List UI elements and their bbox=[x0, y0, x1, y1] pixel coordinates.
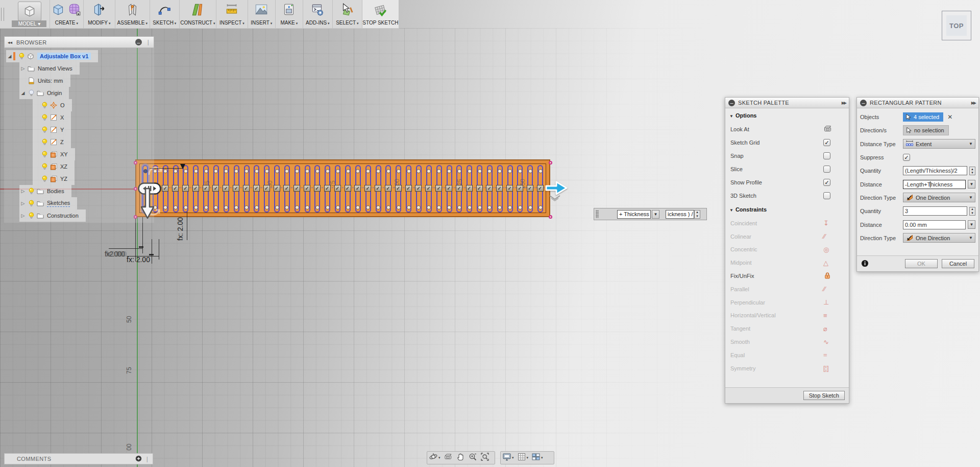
expander-open-icon[interactable]: ◢ bbox=[6, 54, 13, 59]
insert-icon[interactable] bbox=[254, 2, 269, 19]
tree-item-units-mm[interactable]: Units: mm bbox=[19, 75, 70, 87]
visibility-bulb-icon[interactable] bbox=[27, 199, 36, 207]
viewports-button[interactable]: ▾ bbox=[530, 452, 545, 463]
fixed-constraint-check-icon[interactable]: ✓ bbox=[253, 185, 260, 192]
slot-endpoint[interactable] bbox=[468, 205, 472, 209]
toolbar-group-insert[interactable]: INSERT ▾ bbox=[248, 0, 276, 28]
fixed-constraint-check-icon[interactable]: ✓ bbox=[476, 185, 483, 192]
checkbox[interactable] bbox=[823, 192, 830, 199]
drag-grip-icon[interactable] bbox=[596, 210, 599, 218]
tree-item-label[interactable]: Adjustable Box v1 bbox=[37, 53, 91, 60]
fixed-constraint-check-icon[interactable]: ✓ bbox=[162, 185, 168, 192]
slot-endpoint[interactable] bbox=[326, 205, 330, 209]
no-selection-button[interactable]: no selection bbox=[903, 125, 949, 135]
visibility-bulb-icon[interactable] bbox=[40, 138, 49, 146]
slot-endpoint[interactable] bbox=[397, 205, 401, 209]
tree-item-label[interactable]: XY bbox=[60, 151, 68, 157]
tree-item-xz[interactable]: XZ bbox=[33, 160, 75, 173]
slot-endpoint[interactable] bbox=[427, 169, 431, 173]
grid-display-button[interactable]: ▾ bbox=[516, 452, 530, 463]
slot-endpoint[interactable] bbox=[234, 205, 238, 209]
slot-endpoint[interactable] bbox=[468, 169, 472, 173]
slot-endpoint[interactable] bbox=[518, 169, 522, 173]
zoom-button[interactable] bbox=[467, 452, 479, 463]
checkbox[interactable] bbox=[823, 166, 830, 173]
slot-endpoint[interactable] bbox=[397, 169, 401, 173]
minimize-icon[interactable]: – bbox=[860, 100, 867, 106]
checkbox[interactable]: ✓ bbox=[903, 154, 910, 161]
dim-label[interactable]: fx: 2.00 bbox=[127, 255, 150, 264]
slot-endpoint[interactable] bbox=[498, 169, 502, 173]
panel-grip-icon[interactable]: ❘ bbox=[146, 39, 151, 45]
fixed-point-marker[interactable] bbox=[549, 215, 552, 219]
slot-endpoint[interactable] bbox=[275, 169, 279, 173]
tree-item-o[interactable]: O bbox=[33, 99, 72, 111]
fixed-constraint-check-icon[interactable]: ✓ bbox=[203, 185, 209, 192]
slot-endpoint[interactable] bbox=[376, 205, 380, 209]
visibility-bulb-icon[interactable] bbox=[40, 126, 49, 134]
palette-option-sketch-grid[interactable]: Sketch Grid✓ bbox=[725, 136, 849, 149]
slot-endpoint[interactable] bbox=[285, 169, 289, 173]
fixed-constraint-check-icon[interactable]: ✓ bbox=[496, 185, 503, 192]
make-icon[interactable] bbox=[281, 2, 297, 19]
slot-endpoint[interactable] bbox=[538, 169, 543, 173]
fixed-constraint-check-icon[interactable]: ✓ bbox=[293, 185, 300, 192]
visibility-bulb-icon[interactable] bbox=[40, 101, 49, 109]
minimize-icon[interactable]: – bbox=[135, 39, 142, 45]
slot-endpoint[interactable] bbox=[244, 169, 249, 173]
fixed-constraint-check-icon[interactable]: ✓ bbox=[375, 185, 381, 192]
palette-option-3d-sketch[interactable]: 3D Sketch bbox=[725, 189, 849, 202]
tree-item-sketches[interactable]: ▷Sketches bbox=[19, 197, 77, 209]
workspace-label[interactable]: MODEL ▾ bbox=[12, 20, 46, 27]
ok-button[interactable]: OK bbox=[905, 259, 938, 268]
tree-item-label[interactable]: Bodies bbox=[47, 188, 64, 194]
fixed-constraint-check-icon[interactable]: ✓ bbox=[324, 185, 331, 192]
orbit-button[interactable]: ▾ bbox=[427, 452, 442, 463]
tree-item-label[interactable]: Z bbox=[60, 139, 64, 145]
slot-endpoint[interactable] bbox=[437, 169, 441, 173]
slot-endpoint[interactable] bbox=[416, 169, 421, 173]
fixed-constraint-check-icon[interactable]: ✓ bbox=[223, 185, 229, 192]
toolbar-group-select[interactable]: SELECT ▾ bbox=[333, 0, 362, 28]
slot-endpoint[interactable] bbox=[305, 169, 309, 173]
slot-endpoint[interactable] bbox=[386, 205, 390, 209]
palette-option-snap[interactable]: Snap bbox=[725, 149, 849, 162]
constraint-fix-unfix[interactable]: Fix/UnFix bbox=[725, 269, 849, 283]
slot-endpoint[interactable] bbox=[386, 169, 390, 173]
fixed-constraint-check-icon[interactable]: ✓ bbox=[182, 185, 189, 192]
fixed-constraint-check-icon[interactable]: ✓ bbox=[345, 185, 351, 192]
fixed-constraint-check-icon[interactable]: ✓ bbox=[527, 185, 533, 192]
tree-item-label[interactable]: Sketches bbox=[47, 200, 70, 207]
tree-item-label[interactable]: YZ bbox=[60, 176, 67, 182]
visibility-bulb-icon[interactable] bbox=[27, 187, 36, 195]
slot-endpoint[interactable] bbox=[194, 169, 198, 173]
tree-item-construction[interactable]: ▷Construction bbox=[19, 209, 86, 222]
viewcube[interactable]: TOP bbox=[942, 11, 971, 40]
expression-input-2[interactable]: ickness ) / bbox=[666, 210, 694, 219]
dim-label-overlapped[interactable]: fx2.000 bbox=[105, 250, 125, 258]
fixed-constraint-check-icon[interactable]: ✓ bbox=[395, 185, 402, 192]
add-comment-icon[interactable] bbox=[135, 455, 142, 463]
slot-endpoint[interactable] bbox=[356, 169, 360, 173]
dropdown[interactable]: One Direction▼ bbox=[903, 233, 975, 243]
tree-item-origin[interactable]: ◢Origin bbox=[19, 87, 69, 99]
tree-item-label[interactable]: Units: mm bbox=[38, 78, 63, 84]
tree-item-yz[interactable]: YZ bbox=[33, 173, 75, 185]
tree-item-y[interactable]: Y bbox=[33, 124, 71, 136]
fixed-constraint-check-icon[interactable]: ✓ bbox=[486, 185, 493, 192]
dropdown[interactable]: Extent▼ bbox=[903, 139, 975, 149]
inspect-icon[interactable] bbox=[224, 2, 239, 19]
slot-endpoint[interactable] bbox=[356, 205, 360, 209]
slot-endpoint[interactable] bbox=[315, 169, 320, 173]
tree-item-label[interactable]: XZ bbox=[60, 164, 67, 170]
fixed-constraint-check-icon[interactable]: ✓ bbox=[435, 185, 442, 192]
slot-endpoint[interactable] bbox=[174, 169, 178, 173]
assemble-icon[interactable] bbox=[125, 2, 140, 19]
fixed-constraint-check-icon[interactable]: ✓ bbox=[354, 185, 361, 192]
fixed-constraint-check-icon[interactable]: ✓ bbox=[425, 185, 432, 192]
value-input[interactable]: 3 bbox=[903, 206, 967, 216]
tree-item-named-views[interactable]: ▷Named Views bbox=[19, 62, 80, 75]
value-input[interactable]: -Length+Thickness bbox=[903, 180, 966, 189]
slot-endpoint[interactable] bbox=[498, 205, 502, 209]
fixed-constraint-check-icon[interactable]: ✓ bbox=[517, 185, 523, 192]
